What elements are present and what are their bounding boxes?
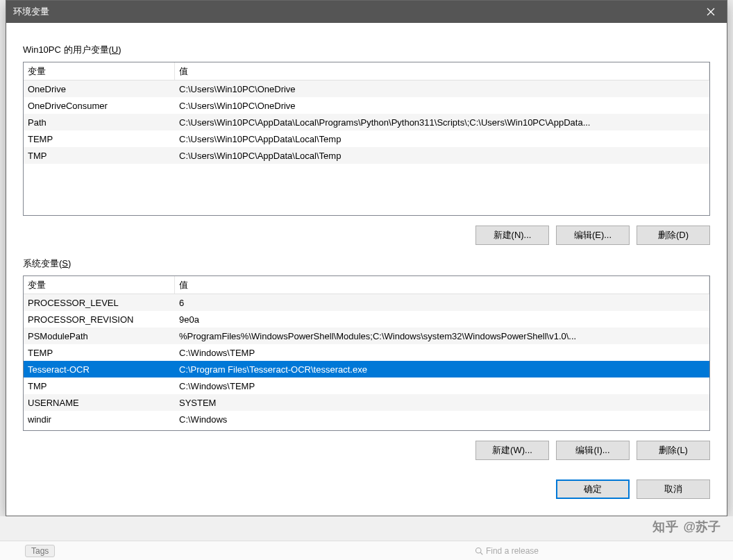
- cell-variable: PROCESSOR_REVISION: [24, 313, 175, 326]
- cell-value: C:\Windows: [175, 413, 709, 426]
- cell-value: C:\Users\Win10PC\AppData\Local\Temp: [175, 133, 709, 146]
- table-row[interactable]: Tesseract-OCRC:\Program Files\Tesseract-…: [24, 361, 709, 377]
- cell-variable: USERNAME: [24, 396, 175, 409]
- cell-value: C:\Windows\TEMP: [175, 346, 709, 359]
- user-vars-label: Win10PC 的用户变量(U): [23, 44, 710, 56]
- table-row[interactable]: TMPC:\Users\Win10PC\AppData\Local\Temp: [24, 147, 709, 164]
- cell-variable: TMP: [24, 380, 175, 393]
- cell-value: C:\Users\Win10PC\OneDrive: [175, 83, 709, 96]
- cell-value: 6: [175, 296, 709, 309]
- cell-value: C:\Users\Win10PC\AppData\Local\Temp: [175, 149, 709, 162]
- cell-value: C:\Program Files\Tesseract-OCR\tesseract…: [175, 363, 709, 376]
- system-delete-button[interactable]: 删除(L): [637, 441, 710, 460]
- env-vars-dialog: 环境变量 Win10PC 的用户变量(U) 变量 值 OneDriveC:\Us…: [6, 0, 727, 516]
- cell-variable: Path: [24, 116, 175, 129]
- system-vars-listview[interactable]: 变量 值 PROCESSOR_LEVEL6PROCESSOR_REVISION9…: [23, 275, 710, 431]
- column-header-value[interactable]: 值: [175, 276, 709, 294]
- table-row[interactable]: PSModulePath%ProgramFiles%\WindowsPowerS…: [24, 328, 709, 344]
- cell-variable: TEMP: [24, 133, 175, 146]
- user-vars-buttons: 新建(N)... 编辑(E)... 删除(D): [23, 226, 710, 245]
- cell-variable: OneDrive: [24, 83, 175, 96]
- table-row[interactable]: OneDriveC:\Users\Win10PC\OneDrive: [24, 80, 709, 97]
- cell-value: C:\Windows\TEMP: [175, 380, 709, 393]
- cell-value: C:\Users\Win10PC\OneDrive: [175, 99, 709, 112]
- table-row[interactable]: PROCESSOR_LEVEL6: [24, 294, 709, 311]
- system-edit-button[interactable]: 编辑(I)...: [556, 441, 630, 460]
- close-button[interactable]: [695, 1, 727, 23]
- cell-variable: PSModulePath: [24, 330, 175, 343]
- system-vars-buttons: 新建(W)... 编辑(I)... 删除(L): [23, 441, 710, 460]
- table-row[interactable]: TMPC:\Windows\TEMP: [24, 377, 709, 394]
- system-vars-scroll[interactable]: 变量 值 PROCESSOR_LEVEL6PROCESSOR_REVISION9…: [24, 276, 709, 430]
- user-vars-header[interactable]: 变量 值: [24, 62, 709, 80]
- column-header-variable[interactable]: 变量: [24, 62, 175, 80]
- cell-variable: TEMP: [24, 346, 175, 359]
- cell-variable: PROCESSOR_LEVEL: [24, 296, 175, 309]
- table-row[interactable]: OneDriveConsumerC:\Users\Win10PC\OneDriv…: [24, 97, 709, 114]
- table-row[interactable]: PROCESSOR_REVISION9e0a: [24, 311, 709, 328]
- close-icon: [707, 8, 715, 16]
- table-row[interactable]: PathC:\Users\Win10PC\AppData\Local\Progr…: [24, 114, 709, 130]
- system-vars-rows: PROCESSOR_LEVEL6PROCESSOR_REVISION9e0aPS…: [24, 294, 709, 427]
- table-row[interactable]: USERNAMESYSTEM: [24, 394, 709, 411]
- cancel-button[interactable]: 取消: [637, 480, 710, 499]
- table-row[interactable]: TEMPC:\Windows\TEMP: [24, 344, 709, 361]
- system-vars-label: 系统变量(S): [23, 257, 710, 270]
- user-delete-button[interactable]: 删除(D): [637, 226, 710, 245]
- dialog-footer-buttons: 确定 取消: [23, 480, 710, 499]
- user-vars-listview[interactable]: 变量 值 OneDriveC:\Users\Win10PC\OneDriveOn…: [23, 62, 710, 216]
- dialog-body: Win10PC 的用户变量(U) 变量 值 OneDriveC:\Users\W…: [6, 23, 727, 516]
- window-title: 环境变量: [13, 6, 49, 18]
- ok-button[interactable]: 确定: [556, 480, 630, 499]
- table-row[interactable]: TEMPC:\Users\Win10PC\AppData\Local\Temp: [24, 130, 709, 147]
- cell-variable: TMP: [24, 149, 175, 162]
- cell-variable: OneDriveConsumer: [24, 99, 175, 112]
- titlebar[interactable]: 环境变量: [6, 1, 727, 23]
- system-new-button[interactable]: 新建(W)...: [475, 441, 549, 460]
- user-vars-rows: OneDriveC:\Users\Win10PC\OneDriveOneDriv…: [24, 80, 709, 164]
- user-new-button[interactable]: 新建(N)...: [475, 226, 549, 245]
- column-header-variable[interactable]: 变量: [24, 276, 175, 294]
- column-header-value[interactable]: 值: [175, 62, 709, 80]
- cell-variable: windir: [24, 413, 175, 426]
- cell-value: SYSTEM: [175, 396, 709, 409]
- table-row[interactable]: windirC:\Windows: [24, 411, 709, 427]
- cell-variable: Tesseract-OCR: [24, 363, 175, 376]
- cell-value: C:\Users\Win10PC\AppData\Local\Programs\…: [175, 116, 709, 129]
- cell-value: %ProgramFiles%\WindowsPowerShell\Modules…: [175, 330, 709, 343]
- cell-value: 9e0a: [175, 313, 709, 326]
- system-vars-header[interactable]: 变量 值: [24, 276, 709, 294]
- user-edit-button[interactable]: 编辑(E)...: [556, 226, 630, 245]
